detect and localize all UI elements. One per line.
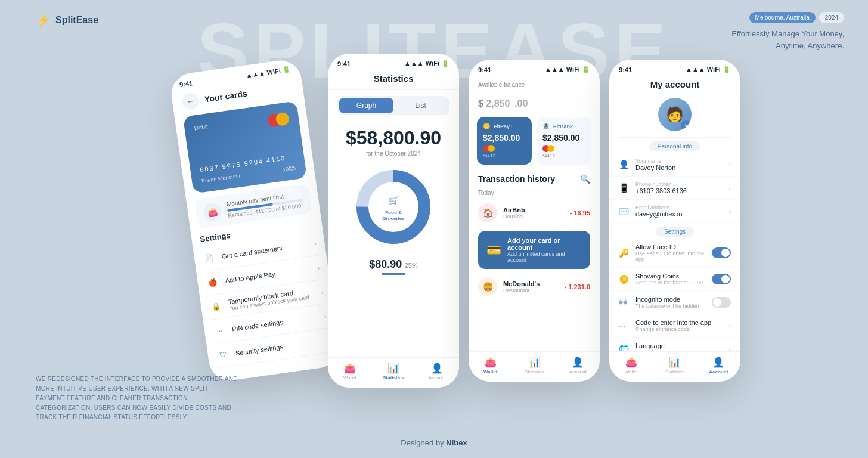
status-bar-4: 9:41 ▲▲▲ WiFi 🔋	[609, 60, 740, 76]
phone4-nav: 👛 Wallet 📊 Statistics 👤 Account	[609, 351, 740, 382]
top-right-info: Melbourne, Australia 2024 Effortlessly M…	[731, 12, 844, 51]
toggle-switch-incognito[interactable]	[712, 297, 731, 308]
phone1-title: Your cards	[204, 89, 248, 104]
tx-info: AirBnb Housing	[503, 206, 564, 219]
limit-icon: 👛	[203, 202, 223, 222]
available-label: Available balance	[469, 76, 600, 92]
toggle-switch-faceid[interactable]	[712, 247, 731, 258]
total-amount: $58,800.90	[337, 127, 450, 149]
tx-amount: - 16.95	[570, 209, 590, 216]
credit-card: Debit 6037 9975 9204 4110 10/25 Erwan Ma…	[183, 101, 307, 193]
mini-card-secondary[interactable]: 🏦 FitBank $2,850.00 *4412	[537, 117, 591, 165]
tagline: Effortlessly Manage Your Money, Anytime,…	[731, 28, 844, 51]
phone-account: 9:41 ▲▲▲ WiFi 🔋 My account 🧑 ✎ Personal …	[609, 60, 740, 382]
nav-wallet[interactable]: 👛 Wallet	[328, 363, 371, 380]
toggle-coins[interactable]: 🪙 Showing Coins Amounts in the format 00…	[609, 268, 740, 291]
phone3-nav: 👛 Wallet 📊 Statistics 👤 Account	[469, 351, 600, 382]
nav-account-active[interactable]: 👤 Account	[697, 357, 740, 375]
app-header: ⚡ SplitEase	[36, 13, 98, 27]
tx-header: Transaction history 🔍	[469, 171, 600, 187]
phone-wallet-detail: 9:41 ▲▲▲ WiFi 🔋 Available balance $ 2,85…	[469, 60, 600, 382]
phone2-amount: $58,800.90 for the October 2024	[328, 121, 459, 159]
year-badge[interactable]: 2024	[819, 12, 844, 23]
add-icon: 💳	[486, 243, 501, 257]
phones-container: 9:41 ▲▲▲WiFi🔋 ← Your cards Debit 6037 99…	[83, 48, 844, 382]
nav-wallet-active[interactable]: 👛 Wallet	[469, 357, 512, 375]
nav-account[interactable]: 👤 Account	[556, 357, 600, 375]
toggle-switch-coins[interactable]	[712, 274, 731, 284]
cards-row: 🪙 FitPay+ $2,850.00 *4412 🏦 FitBank $2,8…	[477, 117, 591, 165]
settings-section-label: Settings	[609, 225, 740, 236]
card-holder: Erwan Manoumi	[201, 173, 240, 184]
add-card-text: Add your card or account Add unlimited c…	[507, 237, 582, 263]
phone-wallet: 9:41 ▲▲▲WiFi🔋 ← Your cards Debit 6037 99…	[169, 58, 342, 383]
stat-bar	[382, 273, 405, 275]
tx-airbnb: 🏠 AirBnb Housing - 16.95	[469, 199, 600, 227]
stat-value: $80.90	[369, 258, 402, 270]
svg-text:Groceries: Groceries	[382, 216, 405, 221]
svg-text:🛒: 🛒	[389, 196, 399, 206]
svg-text:Food &: Food &	[385, 210, 402, 215]
tx-amount: - 1,231.0	[565, 283, 590, 290]
donut-chart: 🛒 Food & Groceries	[328, 165, 459, 249]
phone2-tabs: Graph List	[337, 96, 450, 115]
phone2-nav: 👛 Wallet 📊 Statistics 👤 Account	[328, 357, 459, 388]
designed-by: Designed by Nibex	[401, 438, 467, 447]
limit-text: Monthly payment limit Remained: $12,000 …	[226, 190, 304, 219]
nav-wallet[interactable]: 👛 Wallet	[609, 357, 653, 375]
info-email[interactable]: ✉️ Email address davey@nibex.io ›	[609, 200, 740, 223]
tx-title: Transaction history	[478, 174, 555, 184]
mastercard-logo	[267, 112, 290, 128]
phone2-title: Statistics	[328, 70, 459, 90]
badges: Melbourne, Australia 2024	[749, 12, 844, 23]
toggle-faceid[interactable]: 🔑 Allow Face ID Use Face ID to enter int…	[609, 239, 740, 268]
card-date: 10/25	[283, 165, 297, 172]
bottom-description: We redesigned the interface to provide a…	[36, 375, 238, 422]
nav-statistics[interactable]: 📊 Statistics	[512, 357, 556, 375]
phone4-title: My account	[609, 76, 740, 94]
tx-day: Today	[469, 187, 600, 199]
user-avatar[interactable]: 🧑 ✎	[658, 98, 692, 131]
tab-list[interactable]: List	[393, 98, 448, 113]
toggle-incognito[interactable]: 🕶 Incognito mode The balance will be hid…	[609, 291, 740, 314]
personal-section-label: Personal info	[609, 140, 740, 151]
back-button[interactable]: ←	[181, 92, 200, 111]
tx-mcdonalds: 🍔 McDonald's Restaurant - 1,231.0	[469, 273, 600, 301]
nav-statistics[interactable]: 📊 Statistics	[653, 357, 696, 375]
avatar-edit-icon[interactable]: ✎	[681, 120, 692, 131]
info-phone[interactable]: 📱 Phone number +6107 3803 6136 ›	[609, 177, 740, 200]
airbnb-icon: 🏠	[478, 203, 497, 222]
logo-icon: ⚡	[36, 13, 51, 27]
location-badge[interactable]: Melbourne, Australia	[749, 12, 816, 23]
status-bar-3: 9:41 ▲▲▲ WiFi 🔋	[469, 60, 600, 76]
search-icon[interactable]: 🔍	[580, 174, 590, 184]
stat-display: $80.90 25%	[328, 255, 459, 278]
nav-statistics[interactable]: 📊 Statistics	[371, 363, 415, 380]
info-code[interactable]: ··· Code to enter into the app Change en…	[609, 314, 740, 338]
balance-amount: $ 2,850 .00	[469, 92, 600, 117]
mini-card-active[interactable]: 🪙 FitPay+ $2,850.00 *4412	[477, 117, 532, 165]
card-number: 6037 9975 9204 4110	[200, 154, 286, 174]
mcdonalds-icon: 🍔	[478, 277, 497, 296]
stat-pct: 25%	[405, 262, 418, 269]
avatar-container: 🧑 ✎	[609, 98, 740, 131]
phone-statistics: 9:41 ▲▲▲ WiFi 🔋 Statistics Graph List $5…	[328, 54, 459, 388]
info-name[interactable]: 👤 Your name Davey Norton ›	[609, 153, 740, 177]
nav-account[interactable]: 👤 Account	[416, 363, 459, 380]
add-card-button[interactable]: 💳 Add your card or account Add unlimited…	[478, 231, 590, 269]
settings-section: Settings 📄 Get a card statement › 🍎 Add …	[200, 219, 332, 369]
logo-text: SplitEase	[55, 15, 98, 26]
status-bar-2: 9:41 ▲▲▲ WiFi 🔋	[328, 54, 459, 70]
tab-graph[interactable]: Graph	[339, 98, 393, 113]
period-label: for the October 2024	[337, 150, 450, 157]
tx-info: McDonald's Restaurant	[503, 280, 559, 293]
